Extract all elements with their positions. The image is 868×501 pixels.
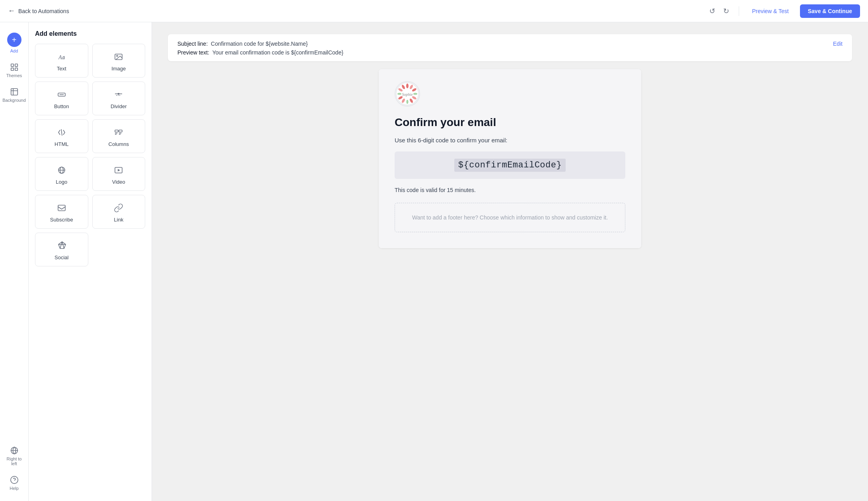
logo-element-label: Logo (56, 179, 67, 185)
html-element-label: HTML (54, 141, 68, 147)
sidebar-background-label: Background (2, 98, 26, 103)
help-icon (10, 476, 19, 484)
svg-rect-3 (15, 68, 17, 70)
email-body: Sophie Confirm your email Use this 6-dig… (379, 69, 641, 248)
columns-element-icon (114, 128, 123, 137)
link-element-label: Link (114, 217, 123, 223)
text-element-icon: Aa (57, 52, 66, 62)
back-label: Back to Automations (18, 8, 69, 14)
svg-marker-27 (118, 169, 120, 171)
subscribe-element-icon (57, 203, 66, 213)
email-code-block: ${confirmEmailCode} (395, 151, 625, 179)
logo-image: Sophie (395, 81, 420, 107)
preview-test-button[interactable]: Preview & Test (745, 5, 795, 17)
svg-rect-1 (15, 64, 17, 66)
divider-element-icon (114, 90, 123, 99)
sidebar-item-add[interactable]: + Add (2, 29, 27, 57)
svg-rect-18 (119, 130, 122, 132)
email-body-text: Use this 6-digit code to confirm your em… (395, 137, 625, 144)
background-icon (10, 87, 19, 96)
sidebar-icons: + Add Themes Background Rig (0, 22, 29, 501)
element-html[interactable]: HTML (35, 119, 88, 153)
svg-rect-0 (11, 64, 13, 66)
subject-bar-text: Subject line: Confirmation code for ${we… (177, 41, 343, 56)
svg-point-34 (406, 84, 409, 88)
svg-point-37 (413, 93, 417, 95)
button-element-icon (57, 90, 66, 99)
topbar-actions: ↺ ↻ Preview & Test Save & Continue (706, 4, 860, 18)
elements-panel: Add elements Aa Text Image (29, 22, 152, 501)
element-video[interactable]: Video (92, 157, 146, 191)
svg-point-10 (117, 55, 118, 56)
sidebar-item-rtl[interactable]: Right to left (2, 442, 27, 470)
social-element-icon (57, 241, 66, 250)
email-title: Confirm your email (395, 116, 625, 129)
subject-line-value: Confirmation code for ${website.Name} (211, 41, 308, 47)
element-logo[interactable]: Logo (35, 157, 88, 191)
redo-button[interactable]: ↻ (720, 4, 732, 18)
svg-point-40 (407, 100, 409, 104)
undo-button[interactable]: ↺ (706, 4, 718, 18)
text-element-label: Text (57, 66, 66, 72)
sidebar-item-background[interactable]: Background (2, 84, 27, 107)
back-button[interactable]: ← Back to Automations (8, 7, 69, 15)
sidebar-rtl-label: Right to left (5, 456, 24, 466)
logo-element-icon (57, 165, 66, 175)
element-button[interactable]: Button (35, 82, 88, 115)
logo-svg: Sophie (395, 82, 419, 106)
email-validity-text: This code is valid for 15 minutes. (395, 187, 625, 193)
sidebar-item-help[interactable]: Help (2, 472, 27, 495)
main-layout: + Add Themes Background Rig (0, 22, 868, 501)
svg-text:Sophie: Sophie (402, 92, 413, 97)
email-logo: Sophie (395, 81, 625, 107)
svg-point-15 (118, 93, 119, 95)
subject-edit-button[interactable]: Edit (833, 41, 843, 47)
preview-text-value: Your email confirmation code is ${confir… (212, 49, 343, 56)
save-continue-button[interactable]: Save & Continue (800, 4, 860, 18)
subject-line: Subject line: Confirmation code for ${we… (177, 41, 343, 47)
canvas-area: Subject line: Confirmation code for ${we… (152, 22, 868, 501)
video-element-icon (114, 165, 123, 175)
element-subscribe[interactable]: Subscribe (35, 195, 88, 229)
topbar-divider (739, 6, 739, 16)
themes-icon (10, 63, 19, 72)
element-columns[interactable]: Columns (92, 119, 146, 153)
element-link[interactable]: Link (92, 195, 146, 229)
subject-bar: Subject line: Confirmation code for ${we… (168, 34, 852, 61)
element-social[interactable]: Social (35, 233, 88, 266)
email-code-value: ${confirmEmailCode} (454, 159, 566, 172)
element-text[interactable]: Aa Text (35, 44, 88, 78)
preview-text-line: Preview text: Your email confirmation co… (177, 49, 343, 56)
svg-point-6 (10, 476, 18, 484)
sidebar-help-label: Help (10, 486, 19, 491)
elements-grid: Aa Text Image Button (35, 44, 145, 266)
topbar: ← Back to Automations ↺ ↻ Preview & Test… (0, 0, 868, 22)
social-element-label: Social (54, 254, 68, 260)
back-arrow-icon: ← (8, 7, 15, 15)
html-element-icon (57, 128, 66, 137)
link-element-icon (114, 203, 123, 213)
svg-rect-4 (11, 89, 18, 95)
email-canvas: Sophie Confirm your email Use this 6-dig… (379, 69, 641, 248)
sidebar-item-themes[interactable]: Themes (2, 59, 27, 82)
svg-line-16 (61, 129, 62, 136)
element-divider[interactable]: Divider (92, 82, 146, 115)
preview-text-label: Preview text: (177, 49, 209, 56)
svg-rect-28 (58, 205, 65, 211)
elements-panel-title: Add elements (35, 30, 145, 37)
subscribe-element-label: Subscribe (50, 217, 73, 223)
email-footer-placeholder[interactable]: Want to add a footer here? Choose which … (395, 203, 625, 232)
divider-element-label: Divider (111, 103, 127, 109)
rtl-icon (10, 446, 19, 455)
svg-point-43 (397, 93, 401, 95)
sidebar-add-label: Add (10, 49, 18, 53)
svg-rect-17 (115, 130, 118, 132)
button-element-label: Button (54, 103, 69, 109)
sidebar-themes-label: Themes (6, 73, 22, 78)
columns-element-label: Columns (109, 141, 129, 147)
video-element-label: Video (112, 179, 125, 185)
footer-placeholder-text: Want to add a footer here? Choose which … (412, 214, 608, 221)
subject-line-label: Subject line: (177, 41, 208, 47)
element-image[interactable]: Image (92, 44, 146, 78)
image-element-label: Image (111, 66, 126, 72)
